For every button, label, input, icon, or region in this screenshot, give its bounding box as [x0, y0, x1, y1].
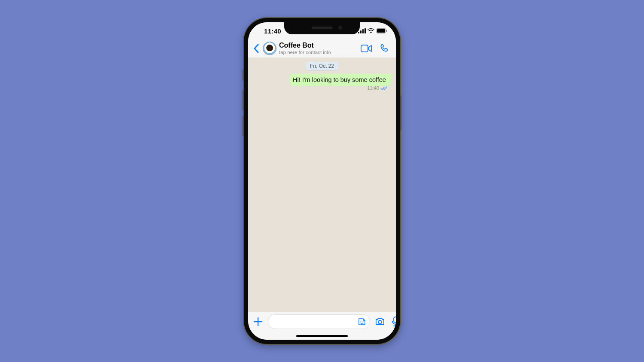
status-indicators	[358, 28, 387, 33]
mic-icon	[392, 317, 396, 327]
svg-rect-13	[394, 317, 396, 323]
svg-rect-3	[365, 28, 366, 33]
svg-rect-1	[360, 30, 361, 33]
mic-button[interactable]	[390, 316, 396, 327]
svg-rect-0	[358, 32, 359, 33]
camera-button[interactable]	[374, 316, 386, 327]
volume-up-button	[243, 90, 244, 111]
phone-icon	[380, 44, 389, 53]
avatar[interactable]	[263, 42, 276, 55]
wifi-icon	[368, 28, 374, 33]
message-outgoing[interactable]: Hi! I'm looking to buy some coffee 11:40	[289, 74, 391, 86]
video-call-button[interactable]	[361, 43, 372, 54]
message-meta: 11:40	[367, 85, 387, 91]
voice-call-button[interactable]	[379, 43, 390, 54]
contact-name: Coffee Bot	[279, 42, 361, 49]
video-icon	[361, 45, 372, 52]
svg-rect-5	[377, 29, 385, 33]
svg-rect-6	[386, 30, 387, 32]
message-text: Hi! I'm looking to buy some coffee	[293, 76, 386, 83]
notch	[284, 22, 360, 34]
phone-screen: 11:40	[248, 22, 396, 340]
contact-subtitle: tap here for contact info	[279, 50, 361, 55]
message-input-wrap[interactable]	[268, 314, 370, 329]
battery-icon	[376, 28, 387, 33]
date-chip: Fri, Oct 22	[306, 62, 338, 70]
sticker-icon	[358, 317, 366, 326]
power-button	[400, 95, 401, 130]
read-receipt-icon	[380, 86, 387, 90]
phone-frame: 11:40	[244, 18, 400, 344]
bubble-tail	[389, 74, 393, 78]
svg-point-12	[378, 320, 382, 324]
message-input[interactable]	[273, 314, 357, 329]
mute-switch	[243, 69, 244, 81]
message-time: 11:40	[367, 85, 379, 91]
svg-rect-2	[362, 29, 364, 33]
svg-rect-7	[361, 45, 368, 52]
chat-body[interactable]: Fri, Oct 22 Hi! I'm looking to buy some …	[248, 57, 396, 312]
back-button[interactable]	[251, 43, 262, 54]
volume-down-button	[243, 116, 244, 136]
status-time: 11:40	[258, 27, 288, 35]
svg-point-10	[361, 321, 361, 322]
contact-info[interactable]: Coffee Bot tap here for contact info	[279, 42, 361, 55]
camera-icon	[375, 317, 385, 326]
plus-icon	[253, 317, 263, 326]
chat-header: Coffee Bot tap here for contact info	[248, 39, 396, 59]
attach-button[interactable]	[252, 316, 264, 327]
svg-point-11	[363, 321, 364, 322]
chevron-left-icon	[253, 44, 259, 53]
sticker-button[interactable]	[357, 317, 367, 327]
home-indicator	[296, 335, 348, 337]
header-actions	[361, 43, 392, 54]
